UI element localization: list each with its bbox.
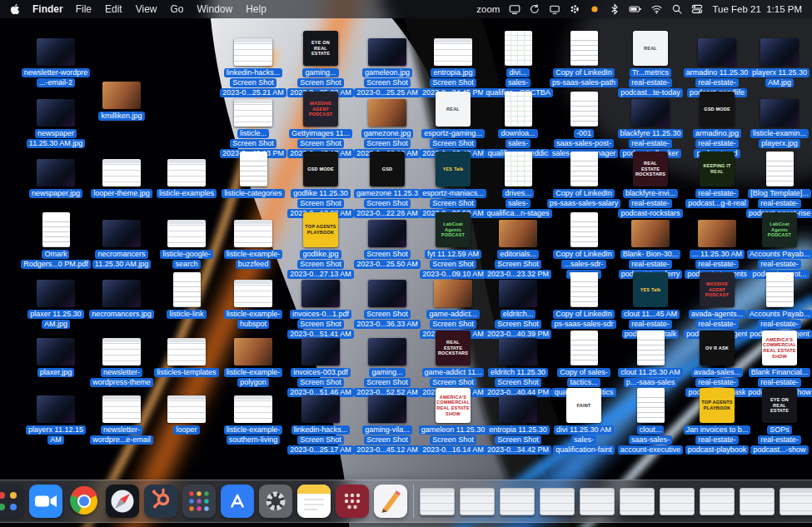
- minimized-window[interactable]: [580, 488, 615, 515]
- desktop-icon[interactable]: listicle-example-southern-living: [214, 385, 292, 445]
- dock-app-launchpad[interactable]: [182, 485, 216, 518]
- file-name: listicle-categories: [222, 188, 284, 198]
- menu-file[interactable]: File: [76, 3, 92, 15]
- minimized-window[interactable]: [620, 488, 655, 515]
- dock-app-hubspot[interactable]: [144, 485, 177, 518]
- spotlight-icon[interactable]: [671, 3, 683, 15]
- file-thumbnail: KEEPING IT REAL: [700, 148, 735, 186]
- dock-app-colorful-dots-app[interactable]: [0, 485, 24, 518]
- desktop-icon[interactable]: listicle-example-hubspot: [214, 269, 292, 329]
- file-thumbnail: [499, 209, 537, 247]
- file-thumbnail: [434, 269, 472, 307]
- file-thumbnail: GSD MODE: [700, 88, 735, 127]
- desktop-icon[interactable]: playerx 11.25.30AM.jpg: [740, 27, 812, 87]
- minimized-window[interactable]: [660, 488, 695, 515]
- file-thumbnail: [102, 209, 141, 247]
- minimized-window[interactable]: [740, 488, 775, 515]
- file-name: Copy of LinkedInps-saas-sales-sdr: [551, 309, 615, 329]
- record-dot-icon[interactable]: [589, 3, 600, 15]
- menu-edit[interactable]: Edit: [105, 3, 122, 15]
- file-thumbnail: [240, 148, 267, 186]
- dock-separator: [413, 485, 414, 518]
- file-thumbnail: [37, 385, 75, 423]
- file-thumbnail: [234, 27, 272, 66]
- file-thumbnail: [499, 327, 537, 365]
- file-thumbnail: [37, 148, 75, 186]
- status-icons: [509, 3, 703, 15]
- dock-app-pencil-app[interactable]: [374, 485, 407, 518]
- wifi-icon[interactable]: [650, 3, 663, 15]
- file-thumbnail: [368, 27, 406, 66]
- minimized-window[interactable]: [500, 488, 535, 515]
- dock-app-app-store[interactable]: [221, 485, 254, 518]
- file-name: gaming-vila...Screen Shot2023-0...45.12 …: [354, 425, 421, 455]
- file-name: newsletter-wordpre...e-email: [90, 425, 153, 445]
- file-thumbnail: EYE ON REAL ESTATE: [303, 27, 338, 66]
- file-thumbnail: [698, 209, 736, 247]
- file-thumbnail: [368, 209, 406, 247]
- dock-minimized-windows: [420, 488, 812, 515]
- file-thumbnail: [368, 269, 406, 307]
- file-thumbnail: AMERICA'S COMMERCIAL REAL ESTATE SHOW: [762, 327, 797, 365]
- minimized-window[interactable]: [420, 488, 455, 515]
- minimized-window[interactable]: [780, 488, 812, 515]
- file-thumbnail: [570, 148, 598, 186]
- file-thumbnail: [631, 88, 670, 127]
- file-thumbnail: [637, 385, 665, 423]
- desktop-icon[interactable]: listicle-example-buzzfeed: [214, 209, 292, 269]
- menu-bar-clock[interactable]: Tue Feb 21 1:15 PM: [712, 4, 802, 14]
- desktop-icon[interactable]: listicle-example-polygon: [214, 327, 292, 387]
- file-thumbnail: [570, 209, 598, 247]
- file-thumbnail: EYE ON REAL ESTATE: [762, 385, 797, 423]
- file-name: looper: [173, 425, 199, 435]
- dock-apps: [0, 485, 407, 518]
- file-name: looper-theme.jpg: [91, 188, 152, 198]
- file-thumbnail: TOP AGENTS PLAYBOOK: [700, 385, 735, 423]
- file-name: listicle-example-buzzfeed: [224, 249, 283, 269]
- dock: [0, 480, 812, 523]
- desktop-icon[interactable]: listicle-categories: [214, 148, 292, 198]
- file-thumbnail: MASSIVE AGENT PODCAST: [700, 269, 735, 307]
- minimized-window[interactable]: [540, 488, 575, 515]
- file-thumbnail: [698, 27, 736, 66]
- menu-window[interactable]: Window: [197, 3, 233, 15]
- file-thumbnail: [505, 88, 532, 127]
- file-thumbnail: MASSIVE AGENT PODCAST: [303, 88, 338, 127]
- file-name: listicle-examin...playerx.jpg: [750, 128, 809, 148]
- file-thumbnail: [234, 88, 272, 127]
- desktop[interactable]: newsletter-wordpre...-email-2newspaper11…: [0, 0, 812, 527]
- sync-icon[interactable]: [529, 3, 541, 15]
- menu-help[interactable]: Help: [246, 3, 267, 15]
- dock-app-notes[interactable]: [297, 485, 331, 518]
- dock-app-system-settings[interactable]: [259, 485, 292, 518]
- zoom-menu-label[interactable]: zoom: [476, 4, 500, 14]
- minimized-window[interactable]: [460, 488, 495, 515]
- file-thumbnail: [42, 209, 70, 247]
- file-name: real-estate-podcast...g-it-real: [685, 188, 749, 208]
- dock-app-red-dots-app[interactable]: [336, 485, 369, 518]
- file-thumbnail: [102, 269, 141, 307]
- desktop-icon[interactable]: linkedin-hacks...Screen Shot2023-0...25.…: [214, 27, 292, 97]
- display-icon[interactable]: [549, 3, 560, 15]
- bluetooth-icon[interactable]: [609, 3, 620, 15]
- battery-icon[interactable]: [629, 3, 642, 15]
- dock-app-zoom[interactable]: [29, 485, 62, 518]
- menu-view[interactable]: View: [136, 3, 157, 15]
- desktop-icon[interactable]: listicle-examin...playerx.jpg: [740, 88, 812, 148]
- active-app-name[interactable]: Finder: [32, 3, 63, 15]
- apple-menu-icon[interactable]: [10, 3, 20, 15]
- desktop-icon[interactable]: EYE ON REAL ESTATESOPsreal-estate-podcas…: [740, 385, 812, 455]
- menu-go[interactable]: Go: [171, 3, 184, 15]
- screen-mirroring-icon[interactable]: [509, 3, 521, 15]
- desktop-icon[interactable]: [Blog Template]...real-estate-podcast-ag…: [740, 148, 812, 218]
- file-name: playerx 11.12.15AM: [26, 425, 86, 445]
- file-thumbnail: [505, 148, 532, 186]
- dock-app-safari[interactable]: [106, 485, 139, 518]
- control-center-icon[interactable]: [691, 3, 703, 15]
- minimized-window[interactable]: [700, 488, 735, 515]
- file-thumbnail: [37, 27, 75, 66]
- file-thumbnail: [234, 209, 272, 247]
- gear-icon[interactable]: [569, 3, 580, 15]
- dock-app-chrome[interactable]: [67, 485, 101, 518]
- desktop-icon[interactable]: kmilliken.jpg: [82, 71, 161, 121]
